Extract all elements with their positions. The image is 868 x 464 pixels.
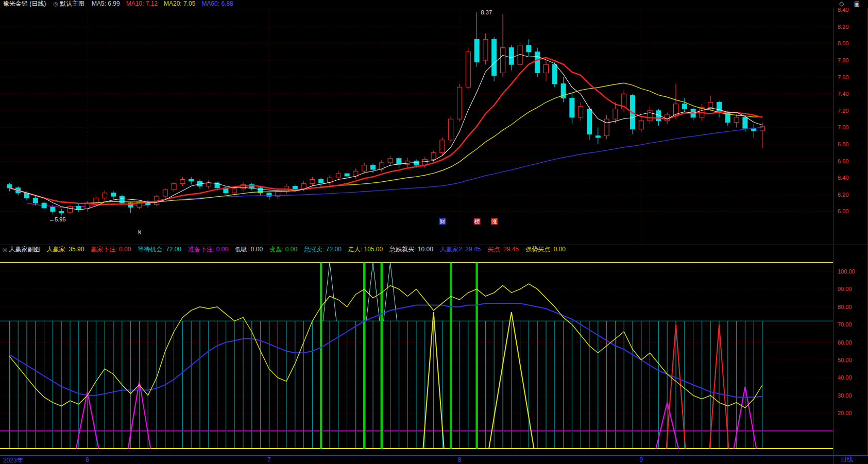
main-candlestick-chart[interactable]: 6.006.206.406.606.807.007.207.407.607.80… [0,8,868,245]
candle-body [163,190,167,196]
candle-body [293,186,297,189]
svg-text:财: 财 [439,218,445,225]
overlay-selector[interactable]: ◎ 默认主图 [53,0,84,8]
candle-body [180,179,185,183]
svg-text:7.00: 7.00 [838,124,848,130]
candle-body [301,184,306,189]
svg-text:7.80: 7.80 [838,57,848,63]
candle-body [570,98,574,117]
candle-body [526,45,531,52]
svg-text:70.00: 70.00 [838,321,852,328]
svg-text:60.00: 60.00 [838,339,852,346]
candles [7,12,765,215]
svg-text:8.40: 8.40 [838,8,848,13]
ma-value: MA60: 6.88 [201,0,233,7]
event-tag[interactable]: 榜 [474,218,481,225]
ma-legend: MA5: 6.99MA10: 7.12MA20: 7.05MA60: 6.88 [92,0,240,8]
candle-body [362,165,367,171]
candle-body [708,102,713,108]
svg-text:§: § [138,229,141,235]
app-window: 豫光金铅 (日线) ◎ 默认主图 MA5: 6.99MA10: 7.12MA20… [0,0,868,464]
indicator-value: 赢家下注: 0.00 [91,245,131,254]
svg-text:90.00: 90.00 [838,286,852,292]
candle-body [232,188,237,193]
indicator-values: 大赢家: 35.90赢家下注: 0.00等待机会: 72.00准备下注: 0.0… [47,245,566,254]
svg-text:7.60: 7.60 [838,74,848,80]
candle-body [717,102,722,113]
candle-body [595,136,600,138]
event-tag[interactable]: 涨 [491,218,498,225]
period-selector[interactable]: 日线 [833,455,868,464]
svg-text:6.40: 6.40 [838,175,848,181]
window-layout-icon[interactable]: ▣ [854,0,864,7]
svg-text:80.00: 80.00 [838,304,852,310]
candle-body [483,39,488,60]
timeline-label: 9 [639,456,643,463]
candle-body [33,198,38,203]
candle-body [319,179,324,183]
candle-body [59,211,64,213]
candle-body [474,39,479,62]
candle-body [734,117,739,123]
candle-body [639,121,643,129]
candle-body [371,165,376,169]
candle-body [68,207,73,212]
candle-body [103,193,107,198]
price-annotations: 8.37←5.95§ [49,9,492,235]
candle-body [613,109,618,119]
candle-body [466,52,470,87]
indicator-selector[interactable]: ◎ 大赢家副图 [3,245,40,254]
candle-body [388,159,393,163]
ma60-line [9,127,762,203]
svg-text:8.00: 8.00 [838,40,848,46]
svg-text:8.20: 8.20 [838,24,848,30]
candle-body [604,119,609,136]
svg-text:20.00: 20.00 [838,410,852,416]
ma5-line [9,55,762,210]
indicator-value: 强势买点: 0.00 [525,245,566,254]
indicator-value: 大赢家2: 29.45 [440,245,481,254]
period-label: 日线 [841,456,853,463]
event-tag[interactable]: 财 [439,218,446,225]
candle-body [440,140,445,152]
candle-body [682,104,687,109]
svg-text:6.80: 6.80 [838,141,848,147]
indicator-chart[interactable]: 20.0030.0040.0050.0060.0070.0080.0090.00… [0,245,868,455]
candle-body [457,87,462,119]
strong-buy-spikes [423,312,534,449]
candle-body [172,184,176,190]
candle-body [7,184,12,188]
candle-body [431,152,436,159]
svg-text:30.00: 30.00 [838,392,852,399]
stock-title[interactable]: 豫光金铅 (日线) [3,0,46,8]
ma-value: MA10: 7.12 [126,0,158,7]
svg-text:榜: 榜 [474,218,480,225]
candle-body [50,207,55,211]
timeline-label: 7 [267,456,271,463]
overlay-label: 默认主图 [60,0,84,8]
indicator-header: ◎ 大赢家副图 大赢家: 35.90赢家下注: 0.00等待机会: 72.00准… [3,246,566,253]
timeline-label: 2023年 [3,456,23,464]
candle-body [535,52,540,73]
candle-body [648,111,652,121]
ma-value: MA5: 6.99 [92,0,120,7]
candle-body [189,179,194,181]
candle-body [345,174,349,176]
candle-body [449,119,453,140]
target-icon: ◎ [3,246,8,253]
candle-body [743,117,747,128]
candle-body [509,48,514,65]
indicator-name: 大赢家副图 [9,245,40,254]
window-icons: ◇ ▣ [839,0,865,8]
svg-text:50.00: 50.00 [838,357,852,363]
candle-body [492,39,497,75]
candle-body [94,198,98,203]
candle-body [414,161,419,165]
indicator-value: 低吸: 0.00 [235,245,263,254]
candle-body [397,159,401,164]
series-line-大赢家2 [9,303,762,397]
diamond-icon[interactable]: ◇ [839,0,848,7]
svg-text:100.00: 100.00 [838,268,855,274]
ma-value: MA20: 7.05 [164,0,195,7]
time-axis: 日线 2023年6789 [0,455,868,464]
